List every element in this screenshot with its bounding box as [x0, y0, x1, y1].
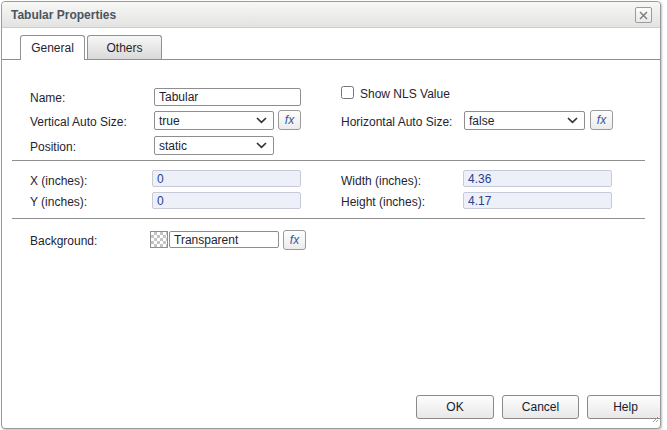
- show-nls-value-checkbox[interactable]: [341, 86, 354, 99]
- fx-label: fx: [290, 233, 299, 247]
- position-select[interactable]: static: [154, 136, 274, 155]
- ok-button-label: OK: [446, 400, 463, 414]
- x-inches-label: X (inches):: [30, 173, 87, 189]
- tab-general-label: General: [31, 41, 74, 55]
- height-inches-label: Height (inches):: [341, 194, 425, 210]
- background-fx-button[interactable]: fx: [283, 230, 306, 250]
- background-label: Background:: [30, 233, 97, 249]
- help-button[interactable]: Help: [587, 395, 661, 419]
- width-inches-label: Width (inches):: [341, 173, 421, 189]
- background-color-swatch[interactable]: [150, 231, 168, 248]
- cancel-button-label: Cancel: [522, 400, 559, 414]
- horizontal-auto-size-value: false: [469, 114, 494, 128]
- separator-top: [12, 160, 645, 161]
- help-button-label: Help: [613, 400, 638, 414]
- show-nls-value-label: Show NLS Value: [360, 86, 450, 102]
- y-inches-input[interactable]: [152, 192, 301, 209]
- chevron-down-icon: [256, 117, 267, 124]
- x-inches-input[interactable]: [152, 170, 301, 187]
- close-icon: [639, 11, 648, 20]
- position-label: Position:: [30, 139, 76, 155]
- width-inches-input[interactable]: [463, 170, 612, 187]
- y-inches-label: Y (inches):: [30, 194, 87, 210]
- tab-general[interactable]: General: [20, 35, 85, 60]
- name-input[interactable]: [154, 88, 301, 106]
- vertical-auto-size-value: true: [159, 114, 180, 128]
- name-label: Name:: [30, 90, 65, 106]
- horizontal-auto-size-label: Horizontal Auto Size:: [341, 114, 452, 130]
- resize-grip-icon: [651, 415, 659, 423]
- resize-grip[interactable]: [651, 409, 659, 427]
- ok-button[interactable]: OK: [416, 395, 494, 419]
- tab-strip-divider: [2, 59, 660, 60]
- tabular-properties-dialog: Tabular Properties General Others Name: …: [1, 1, 661, 429]
- background-input[interactable]: [169, 231, 279, 248]
- horizontal-auto-size-select[interactable]: false: [464, 111, 585, 130]
- tab-others[interactable]: Others: [87, 35, 162, 59]
- dialog-title: Tabular Properties: [11, 8, 116, 22]
- vertical-auto-size-label: Vertical Auto Size:: [30, 114, 127, 130]
- dialog-titlebar: Tabular Properties: [2, 2, 660, 28]
- chevron-down-icon: [567, 117, 578, 124]
- separator-bottom: [12, 218, 645, 219]
- fx-label: fx: [285, 113, 294, 127]
- vertical-auto-size-fx-button[interactable]: fx: [278, 110, 301, 130]
- tab-others-label: Others: [106, 41, 142, 55]
- vertical-auto-size-select[interactable]: true: [154, 111, 274, 130]
- horizontal-auto-size-fx-button[interactable]: fx: [590, 110, 613, 130]
- fx-label: fx: [597, 113, 606, 127]
- close-button[interactable]: [635, 7, 652, 23]
- position-value: static: [159, 139, 187, 153]
- cancel-button[interactable]: Cancel: [502, 395, 579, 419]
- chevron-down-icon: [256, 142, 267, 149]
- height-inches-input[interactable]: [463, 192, 612, 209]
